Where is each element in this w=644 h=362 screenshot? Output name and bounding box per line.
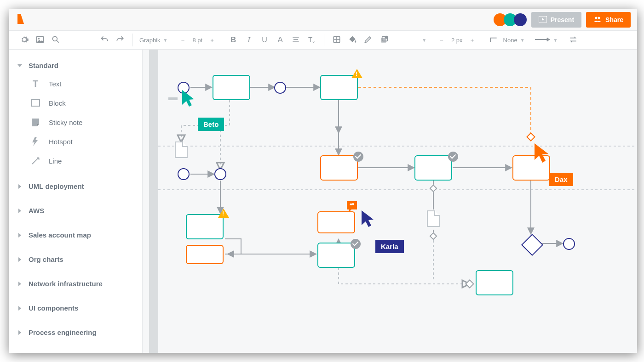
library-section-org[interactable]: Org charts <box>17 251 134 268</box>
font-size-value: 8 pt <box>192 37 202 44</box>
warning-badge-icon <box>218 209 229 218</box>
shape-icon <box>332 35 341 45</box>
swap-direction-button[interactable] <box>567 34 579 46</box>
library-name: UI components <box>29 304 78 312</box>
redo-icon <box>115 35 125 45</box>
library-section-ui[interactable]: UI components <box>17 300 134 317</box>
library-name: UML deployment <box>29 182 84 190</box>
warning-badge-icon <box>351 69 362 78</box>
underline-button[interactable]: U <box>259 34 270 46</box>
shape-item-line[interactable]: Line <box>30 151 134 170</box>
presence-stack[interactable] <box>496 13 527 26</box>
intermediate-event[interactable] <box>274 82 286 94</box>
task-block[interactable] <box>317 211 355 233</box>
undo-button[interactable] <box>98 34 110 46</box>
intermediate-event[interactable] <box>214 168 226 180</box>
library-name: Standard <box>29 62 58 69</box>
present-button[interactable]: Present <box>531 12 581 28</box>
font-size-increase[interactable]: + <box>206 34 218 46</box>
play-icon <box>539 16 547 24</box>
svg-point-2 <box>598 17 600 19</box>
line-style-select[interactable]: None▼ <box>503 37 525 44</box>
align-button[interactable] <box>290 34 302 46</box>
bold-button[interactable]: B <box>227 34 239 46</box>
shape-item-hotspot[interactable]: Hotspot <box>30 132 134 151</box>
clear-format-button[interactable]: T× <box>305 34 317 46</box>
canvas-area[interactable]: ❝❞ Beto Karla Dax <box>143 50 637 353</box>
shape-item-sticky[interactable]: Sticky note <box>30 113 134 132</box>
intermediate-event[interactable] <box>178 168 190 180</box>
task-block[interactable] <box>414 155 452 181</box>
shape-label: Line <box>49 157 62 165</box>
task-block[interactable] <box>186 245 224 264</box>
font-size-decrease[interactable]: − <box>177 34 189 46</box>
cursor-icon <box>533 142 551 164</box>
shape-label: Sticky note <box>49 119 82 126</box>
task-block[interactable] <box>320 155 358 181</box>
library-section-sales[interactable]: Sales account map <box>17 226 134 243</box>
cursor-icon <box>360 209 376 229</box>
check-badge-icon <box>353 152 363 162</box>
document-shape[interactable] <box>427 210 440 227</box>
task-block[interactable] <box>320 75 358 100</box>
fill-button[interactable] <box>346 34 358 46</box>
arrow-icon <box>534 37 551 44</box>
line-shape-button[interactable] <box>488 34 500 46</box>
chevron-down-icon[interactable]: ▼ <box>422 38 426 43</box>
settings-button[interactable] <box>18 34 30 46</box>
header-bar: Present Share <box>9 9 637 30</box>
shape-button[interactable] <box>331 34 343 46</box>
document-shape[interactable] <box>175 141 188 158</box>
library-name: Org charts <box>29 255 63 263</box>
library-section-process[interactable]: Process engineering <box>17 324 134 341</box>
library-section-aws[interactable]: AWS <box>17 202 134 219</box>
layers-button[interactable] <box>378 34 390 46</box>
collaborator-name: Dax <box>555 175 568 183</box>
library-section-standard[interactable]: Standard <box>17 57 134 74</box>
app-logo <box>16 13 26 27</box>
svg-point-1 <box>595 17 598 19</box>
search-button[interactable] <box>50 34 62 46</box>
italic-button[interactable]: I <box>243 34 255 46</box>
task-block[interactable] <box>186 214 224 239</box>
end-event[interactable] <box>563 238 575 250</box>
svg-point-4 <box>38 38 40 39</box>
task-block[interactable] <box>317 243 355 268</box>
stroke-width-decrease[interactable]: − <box>436 34 448 46</box>
share-button[interactable]: Share <box>586 12 631 28</box>
chevron-right-icon <box>18 282 21 286</box>
arrow-type-select[interactable]: ▼ <box>534 37 558 44</box>
underline-icon: U <box>262 36 267 44</box>
scroll-handle[interactable] <box>168 97 178 100</box>
chevron-right-icon <box>18 184 21 189</box>
shape-item-text[interactable]: T Text <box>30 74 134 93</box>
library-name: Network infrastructure <box>29 280 103 288</box>
task-block[interactable] <box>213 75 250 100</box>
image-button[interactable] <box>34 34 46 46</box>
vertical-ruler <box>149 50 158 353</box>
text-color-button[interactable]: A <box>274 34 286 46</box>
chevron-down-icon: ▼ <box>553 38 558 43</box>
font-family-value: Graphik <box>139 37 161 44</box>
line-icon <box>30 156 40 166</box>
library-section-uml[interactable]: UML deployment <box>17 178 134 195</box>
svg-rect-11 <box>527 133 535 141</box>
image-icon <box>35 35 45 45</box>
shape-item-block[interactable]: Block <box>30 93 134 113</box>
app-body: Standard T Text Block Sticky note <box>9 50 637 353</box>
cursor-icon <box>180 89 197 108</box>
redo-button[interactable] <box>114 34 126 46</box>
stroke-width-increase[interactable]: + <box>466 34 478 46</box>
layers-icon <box>379 35 388 45</box>
library-name: Sales account map <box>29 231 91 239</box>
font-family-select[interactable]: Graphik▼ <box>139 37 167 44</box>
hotspot-icon <box>30 136 40 147</box>
pencil-icon <box>363 35 373 45</box>
stroke-color-button[interactable] <box>362 34 374 46</box>
task-block[interactable] <box>476 270 513 295</box>
canvas[interactable]: ❝❞ Beto Karla Dax <box>158 50 637 353</box>
text-color-icon: A <box>277 35 282 45</box>
library-section-network[interactable]: Network infrastructure <box>17 275 134 292</box>
fill-icon <box>348 35 357 45</box>
presence-avatar[interactable] <box>514 13 527 26</box>
